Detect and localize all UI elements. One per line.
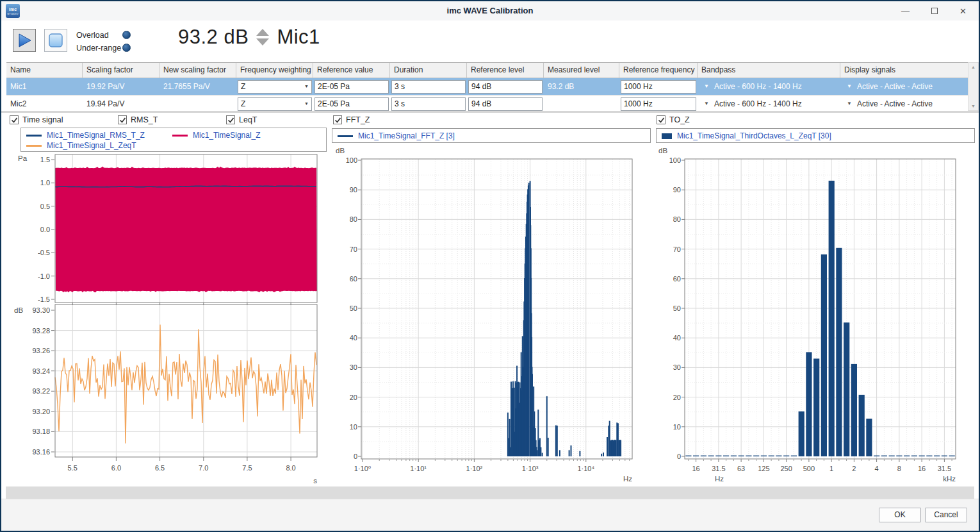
bar-sample-icon (662, 133, 672, 139)
bandpass-select-mic2[interactable]: ▼Active - 600 Hz - 1400 Hz (698, 96, 840, 112)
ok-button[interactable]: OK (879, 508, 921, 522)
col-header-ref-level[interactable]: Reference level (467, 63, 544, 78)
svg-text:1: 1 (829, 465, 833, 472)
checkbox-leqt[interactable]: LeqT (226, 115, 257, 124)
table-row-mic1[interactable]: Mic1 19.92 Pa/V 21.7655 Pa/V Z▼ 93.2 dB … (6, 78, 968, 96)
svg-text:250: 250 (780, 465, 792, 472)
svg-text:31.5: 31.5 (938, 465, 951, 472)
maximize-icon[interactable] (920, 1, 949, 21)
chevron-down-icon: ▼ (847, 78, 852, 95)
svg-text:2: 2 (852, 465, 856, 472)
reference-frequency-input-mic2[interactable] (621, 97, 696, 111)
legend-item[interactable]: Mic1_TimeSignal_RMS_T_Z (26, 130, 172, 140)
start-calibration-button[interactable] (13, 29, 36, 52)
checkbox-fft-z[interactable]: FFT_Z (333, 115, 370, 124)
col-header-scaling[interactable]: Scaling factor (83, 63, 159, 78)
svg-text:500: 500 (803, 465, 815, 472)
svg-text:93.26: 93.26 (32, 347, 50, 354)
close-icon[interactable]: ✕ (949, 1, 977, 21)
table-row-mic2[interactable]: Mic2 19.94 Pa/V Z▼ ▼Active - 600 Hz - 14… (6, 96, 968, 113)
display-signals-select-mic2[interactable]: ▼Active - Active - Active (840, 96, 968, 112)
horizontal-scrollbar[interactable] (6, 486, 974, 499)
cell-measured-level (544, 96, 619, 112)
svg-text:1·10⁴: 1·10⁴ (577, 465, 594, 472)
cell-name[interactable]: Mic2 (6, 96, 83, 112)
svg-text:8: 8 (897, 465, 901, 472)
col-header-bandpass[interactable]: Bandpass (698, 63, 840, 78)
spinner-up-icon[interactable] (256, 29, 269, 36)
cell-scaling-factor: 19.92 Pa/V (83, 78, 159, 95)
legend-item[interactable]: Mic1_TimeSignal_FFT_Z [3] (338, 131, 455, 141)
col-header-freq-weighting[interactable]: Frequency weighting (236, 63, 313, 78)
minimize-icon[interactable]: — (891, 1, 920, 21)
legend-item[interactable]: Mic1_TimeSignal_L_ZeqT (26, 140, 136, 151)
scroll-down-icon[interactable]: ▼ (971, 104, 976, 108)
line-sample-icon (26, 135, 42, 137)
footer: OK Cancel (1, 499, 979, 531)
frequency-weighting-select-mic2[interactable]: Z▼ (238, 97, 312, 111)
col-header-ref-frequency[interactable]: Reference frequency (619, 63, 698, 78)
svg-text:6.0: 6.0 (111, 464, 121, 472)
table-scrollbar[interactable]: ▲ ▼ (968, 62, 979, 111)
window: imc STUDIO imc WAVE Calibration — ✕ Over… (0, 0, 980, 532)
col-header-duration[interactable]: Duration (390, 63, 467, 78)
svg-text:100: 100 (669, 156, 681, 164)
svg-text:7.0: 7.0 (199, 464, 208, 472)
svg-text:70: 70 (350, 245, 357, 253)
svg-text:s: s (313, 477, 317, 485)
svg-text:4: 4 (875, 465, 879, 472)
reference-frequency-input-mic1[interactable] (621, 80, 696, 94)
svg-text:93.24: 93.24 (32, 367, 50, 375)
stop-calibration-button[interactable] (44, 29, 67, 52)
spinner-down-icon[interactable] (256, 38, 269, 46)
svg-text:50: 50 (673, 304, 681, 312)
line-sample-icon (172, 135, 188, 137)
checkbox-rms-t[interactable]: RMS_T (118, 115, 158, 124)
svg-text:-0.5: -0.5 (38, 249, 50, 256)
svg-text:5.5: 5.5 (68, 464, 78, 472)
col-header-display-signals[interactable]: Display signals (840, 63, 968, 78)
col-header-new-scaling[interactable]: New scaling factor (159, 63, 236, 78)
display-signals-select-mic1[interactable]: ▼Active - Active - Active (840, 78, 968, 95)
svg-text:1·10²: 1·10² (466, 465, 483, 472)
checkbox-time-signal[interactable]: Time signal (10, 115, 63, 124)
svg-text:93.18: 93.18 (32, 428, 50, 435)
reference-level-input-mic2[interactable] (468, 97, 543, 111)
reference-level-input-mic1[interactable] (468, 80, 543, 94)
svg-text:1·10³: 1·10³ (522, 465, 539, 472)
indicator-labels: Overload Under-range (76, 29, 121, 55)
svg-text:93.22: 93.22 (32, 387, 50, 395)
svg-text:70: 70 (673, 245, 681, 253)
time-signal-chart[interactable]: Pa1.51.00.50.0-0.5-1.0-1.5dB93.3093.2893… (6, 152, 328, 486)
svg-text:93.30: 93.30 (32, 306, 50, 314)
scroll-up-icon[interactable]: ▲ (971, 65, 976, 69)
third-octave-chart[interactable]: dB10090807060504030201001631.56312525050… (656, 145, 980, 486)
bandpass-select-mic1[interactable]: ▼Active - 600 Hz - 1400 Hz (698, 78, 840, 95)
svg-text:90: 90 (673, 186, 681, 194)
svg-text:dB: dB (658, 147, 667, 154)
duration-input-mic1[interactable] (391, 80, 466, 94)
svg-text:125: 125 (758, 465, 769, 472)
svg-text:93.16: 93.16 (32, 448, 50, 456)
svg-text:-1.0: -1.0 (38, 272, 50, 280)
cell-new-scaling-factor: 21.7655 Pa/V (159, 78, 236, 95)
cancel-button[interactable]: Cancel (925, 508, 967, 522)
fft-chart[interactable]: dB10090807060504030201001·10⁰1·10¹1·10²1… (332, 145, 652, 486)
svg-text:0.0: 0.0 (40, 226, 50, 233)
col-header-ref-value[interactable]: Reference value (313, 63, 390, 78)
channel-spinner (255, 29, 270, 46)
duration-input-mic2[interactable] (391, 97, 466, 111)
svg-text:60: 60 (673, 275, 681, 283)
reference-value-input-mic2[interactable] (314, 97, 389, 111)
col-header-measured-level[interactable]: Measured level (544, 63, 619, 78)
reference-value-input-mic1[interactable] (314, 80, 389, 94)
checkbox-to-z[interactable]: TO_Z (657, 115, 690, 124)
calibration-table: Name Scaling factor New scaling factor F… (6, 62, 979, 113)
legend-item[interactable]: Mic1_TimeSignal_Z (172, 130, 318, 140)
frequency-weighting-select-mic1[interactable]: Z▼ (238, 80, 312, 94)
legend-item[interactable]: Mic1_TimeSignal_ThirdOctaves_L_ZeqT [30] (662, 131, 831, 141)
col-header-name[interactable]: Name (6, 63, 83, 78)
stop-icon (47, 32, 64, 49)
cell-name[interactable]: Mic1 (6, 78, 83, 95)
svg-text:40: 40 (350, 334, 357, 342)
